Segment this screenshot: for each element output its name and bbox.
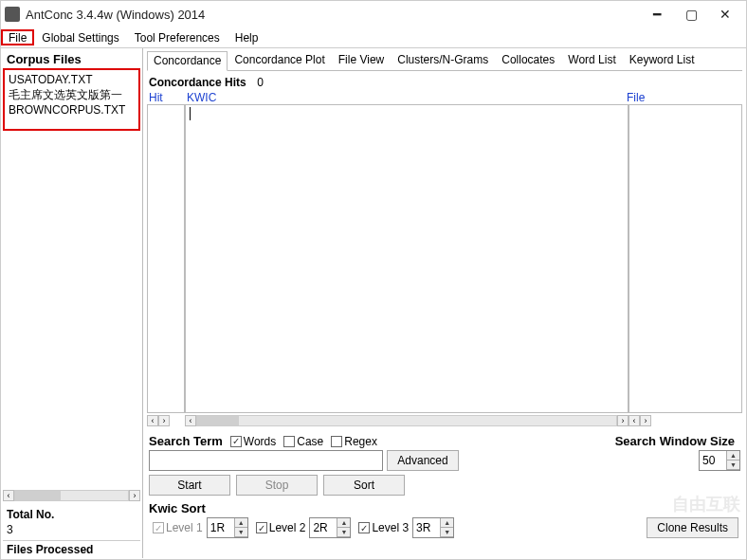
tab-bar: Concordance Concordance Plot File View C…	[147, 50, 742, 71]
concordance-hits-row: Concordance Hits 0	[147, 71, 742, 91]
tab-clusters-ngrams[interactable]: Clusters/N-Grams	[391, 50, 495, 70]
level1-input[interactable]	[208, 518, 234, 537]
action-buttons-row: Start Stop Sort	[147, 475, 742, 501]
menu-global-settings[interactable]: Global Settings	[34, 27, 126, 47]
menu-tool-preferences[interactable]: Tool Preferences	[127, 27, 228, 47]
close-button[interactable]: ✕	[708, 4, 742, 25]
level2-input[interactable]	[310, 518, 337, 537]
level1-checkbox[interactable]: ✓ Level 1	[153, 521, 203, 534]
level1-label: Level 1	[166, 521, 203, 534]
spin-up-icon[interactable]: ▲	[337, 518, 350, 528]
window-size-input[interactable]	[700, 451, 726, 470]
regex-checkbox[interactable]: Regex	[331, 435, 377, 448]
menu-bar: File Global Settings Tool Preferences He…	[1, 27, 746, 48]
corpus-file-item[interactable]: USATODAY.TXT	[9, 72, 135, 87]
tab-concordance[interactable]: Concordance	[147, 51, 228, 71]
maximize-button[interactable]: ▢	[674, 4, 708, 25]
scroll-thumb[interactable]	[197, 416, 239, 425]
words-label: Words	[244, 435, 276, 448]
minimize-button[interactable]: ━	[640, 4, 674, 25]
scroll-track[interactable]	[14, 490, 129, 501]
spin-up-icon[interactable]: ▲	[440, 518, 453, 528]
kwic-sort-row: ✓ Level 1 ▲▼ ✓ Level 2 ▲▼ ✓ Level 3 ▲▼	[147, 517, 742, 538]
scroll-left-icon[interactable]: ‹	[185, 415, 196, 426]
menu-help[interactable]: Help	[228, 27, 266, 47]
scroll-right-icon[interactable]: ›	[640, 415, 651, 426]
regex-label: Regex	[344, 435, 377, 448]
spin-down-icon[interactable]: ▼	[337, 528, 350, 537]
text-cursor	[190, 107, 191, 120]
tab-collocates[interactable]: Collocates	[495, 50, 561, 70]
level2-label: Level 2	[269, 521, 306, 534]
checkbox-icon: ✓	[153, 522, 164, 533]
corpus-file-item[interactable]: 毛主席文选英文版第一	[9, 87, 135, 102]
scroll-right-icon[interactable]: ›	[617, 415, 629, 426]
start-button[interactable]: Start	[149, 475, 230, 496]
sort-button[interactable]: Sort	[323, 475, 405, 496]
spin-up-icon[interactable]: ▲	[726, 451, 739, 461]
window-title: AntConc 3.4.4w (Windows) 2014	[26, 8, 640, 22]
corpus-file-empty-area	[3, 131, 140, 487]
checkbox-icon: ✓	[256, 522, 267, 533]
app-icon	[5, 7, 20, 22]
case-label: Case	[297, 435, 323, 448]
header-hit: Hit	[149, 91, 187, 104]
results-area	[147, 104, 742, 413]
kwic-sort-label: Kwic Sort	[147, 501, 742, 517]
concordance-hits-label: Concordance Hits	[149, 76, 246, 89]
results-hit-column[interactable]	[147, 104, 185, 413]
spin-down-icon[interactable]: ▼	[726, 461, 739, 470]
corpus-files-heading: Corpus Files	[3, 50, 140, 68]
scroll-left-icon[interactable]: ‹	[629, 415, 640, 426]
search-input-row: Advanced ▲ ▼	[147, 450, 742, 475]
results-headers: Hit KWIC File	[147, 91, 742, 104]
level3-label: Level 3	[372, 521, 409, 534]
scroll-thumb[interactable]	[15, 491, 61, 500]
level3-checkbox[interactable]: ✓ Level 3	[358, 521, 409, 534]
scroll-right-icon[interactable]: ›	[129, 490, 140, 501]
tab-keyword-list[interactable]: Keyword List	[623, 50, 701, 70]
checkbox-icon: ✓	[358, 522, 370, 533]
search-term-label: Search Term	[149, 434, 223, 448]
header-kwic: KWIC	[187, 91, 627, 104]
level3-spinner[interactable]: ▲▼	[412, 517, 454, 538]
sidebar: Corpus Files USATODAY.TXT 毛主席文选英文版第一 BRO…	[1, 48, 143, 558]
level1-spinner[interactable]: ▲▼	[207, 517, 248, 538]
search-term-row: Search Term ✓ Words Case Regex Search Wi…	[147, 430, 742, 450]
header-file: File	[627, 91, 740, 104]
main-panel: Concordance Concordance Plot File View C…	[143, 48, 746, 558]
title-bar: AntConc 3.4.4w (Windows) 2014 ━ ▢ ✕	[1, 1, 746, 27]
level2-checkbox[interactable]: ✓ Level 2	[256, 521, 306, 534]
results-scrollbars: ‹ › ‹ › ‹ ›	[147, 415, 742, 428]
search-input[interactable]	[149, 450, 383, 471]
tab-word-list[interactable]: Word List	[561, 50, 622, 70]
checkbox-icon: ✓	[230, 436, 242, 447]
stop-button[interactable]: Stop	[236, 475, 318, 496]
menu-file[interactable]: File	[1, 29, 34, 45]
words-checkbox[interactable]: ✓ Words	[230, 435, 276, 448]
results-file-column[interactable]	[629, 104, 742, 413]
case-checkbox[interactable]: Case	[283, 435, 323, 448]
level2-spinner[interactable]: ▲▼	[309, 517, 351, 538]
advanced-button[interactable]: Advanced	[387, 450, 458, 471]
search-window-size-label: Search Window Size	[615, 434, 735, 448]
tab-concordance-plot[interactable]: Concordance Plot	[228, 50, 331, 70]
corpus-file-item[interactable]: BROWNCORPUS.TXT	[9, 102, 135, 117]
sidebar-scrollbar[interactable]: ‹ ›	[3, 489, 140, 502]
tab-file-view[interactable]: File View	[332, 50, 391, 70]
clone-results-button[interactable]: Clone Results	[647, 517, 738, 538]
spin-down-icon[interactable]: ▼	[440, 528, 453, 537]
spin-down-icon[interactable]: ▼	[234, 528, 247, 537]
scroll-right-icon[interactable]: ›	[158, 415, 170, 426]
spin-up-icon[interactable]: ▲	[234, 518, 247, 528]
scroll-left-icon[interactable]: ‹	[147, 415, 158, 426]
concordance-hits-value: 0	[257, 76, 264, 89]
results-kwic-column[interactable]	[185, 104, 629, 413]
level3-input[interactable]	[413, 518, 440, 537]
window-size-spinner[interactable]: ▲ ▼	[699, 450, 740, 471]
corpus-file-list[interactable]: USATODAY.TXT 毛主席文选英文版第一 BROWNCORPUS.TXT	[3, 68, 140, 131]
scroll-left-icon[interactable]: ‹	[3, 490, 14, 501]
scroll-track[interactable]	[196, 415, 617, 426]
content-area: Corpus Files USATODAY.TXT 毛主席文选英文版第一 BRO…	[1, 48, 746, 558]
checkbox-icon	[331, 436, 342, 447]
